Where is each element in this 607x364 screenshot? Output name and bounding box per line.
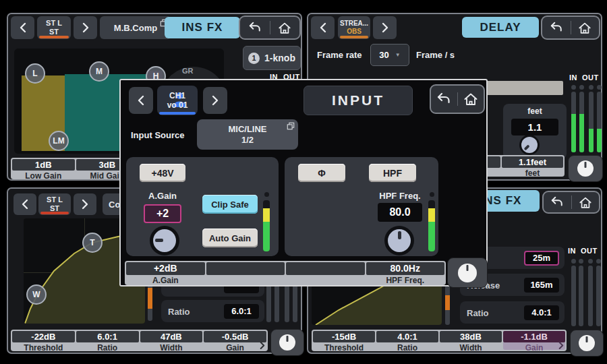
chevron-right-icon [259, 341, 265, 350]
chevron-right-icon [211, 94, 219, 107]
channel-select-button[interactable]: ST L ST [38, 193, 71, 215]
auto-gain-button[interactable]: Auto Gain [202, 229, 258, 247]
channel-name: ST L [46, 19, 62, 28]
chevron-left-icon [137, 94, 145, 107]
mid-band-marker[interactable]: M [89, 61, 109, 82]
row-label: Ratio [168, 306, 190, 316]
home-icon[interactable] [571, 17, 600, 38]
hpf-button[interactable]: HPF [369, 164, 416, 182]
home-icon[interactable] [270, 17, 300, 38]
strip-cell-width[interactable]: 47dB Width [140, 331, 203, 350]
hpf-freq-knob[interactable] [384, 226, 414, 255]
cell-label: Ratio [376, 343, 438, 352]
strip-cell-again[interactable]: +2dB A.Gain [126, 262, 205, 284]
strip-cell-gain[interactable]: -0.5dB Gain [204, 331, 266, 350]
again-knob[interactable] [150, 226, 179, 255]
strip-cell-threshold[interactable]: -15dB Threshold [313, 331, 375, 350]
in-label: IN [569, 73, 577, 82]
strip-cell-hpf-freq[interactable]: 80.0Hz HPF Freq. [366, 262, 445, 284]
gr-meter-label: GR [182, 67, 194, 75]
knob-mode-button[interactable] [270, 329, 304, 356]
frame-rate-value: 30 [379, 50, 388, 60]
row-value: 25m [524, 251, 559, 266]
prev-channel-button[interactable] [129, 87, 153, 114]
phantom-48v-button[interactable]: +48V [140, 164, 185, 182]
hpf-section: Φ HPF HPF Freq. 80.0 [285, 157, 438, 256]
cell-value [286, 262, 365, 275]
width-marker[interactable]: W [26, 284, 47, 305]
io-meter-labels: IN OUT [569, 73, 599, 82]
home-icon[interactable] [458, 86, 484, 113]
one-knob-badge: 1 [248, 53, 260, 64]
row-value: 4.0:1 [524, 305, 559, 320]
ratio-row[interactable]: Ratio 4.0:1 [460, 301, 565, 324]
channel-sub: OBS [347, 28, 362, 36]
hpf-freq-value[interactable]: 80.0 [378, 203, 422, 222]
cell-label: Threshold [313, 343, 375, 352]
strip-cell[interactable] [206, 262, 285, 284]
next-channel-button[interactable] [373, 16, 397, 39]
one-knob-button[interactable]: 1 1-knob [243, 46, 301, 70]
input-dialog: CH1 vo 01 INPUT Input Source MIC/LINE 1/… [119, 79, 488, 286]
knob-icon [579, 335, 595, 351]
cell-label: Ratio [76, 343, 139, 352]
prev-channel-button[interactable] [311, 16, 335, 39]
phase-button[interactable]: Φ [298, 164, 345, 182]
clip-safe-button[interactable]: Clip Safe [202, 195, 258, 214]
ratio-row[interactable]: Ratio 6.0:1 [161, 300, 264, 322]
channel-name: ST L [47, 195, 63, 204]
frame-rate-dropdown[interactable]: 30 ▼ [370, 44, 409, 66]
page-title: DELAY [462, 17, 539, 38]
knob-icon [458, 264, 477, 282]
strip-cell-ratio[interactable]: 6.0:1 Ratio [76, 331, 139, 350]
threshold-marker[interactable]: T [82, 233, 103, 253]
chevron-right-icon [381, 22, 389, 34]
prev-channel-button[interactable] [11, 16, 34, 39]
undo-icon[interactable] [431, 86, 457, 113]
lowmid-crossover-marker[interactable]: LM [49, 131, 69, 151]
next-channel-button[interactable] [203, 87, 227, 114]
knob-mode-button[interactable] [447, 257, 488, 288]
strip-cell-gain-selected[interactable]: -1.1dB Gain [503, 331, 565, 350]
undo-icon[interactable] [544, 192, 571, 212]
row-value: 165m [524, 278, 559, 293]
cell-label: feet [502, 169, 563, 177]
input-source-button[interactable]: MIC/LINE 1/2 [197, 119, 298, 150]
chevron-left-icon [319, 22, 327, 34]
strip-cell[interactable]: 1dB Low Gain [12, 159, 75, 178]
undo-icon[interactable] [240, 17, 270, 38]
next-channel-button[interactable] [74, 193, 96, 215]
low-band-marker[interactable]: L [25, 63, 45, 84]
chevron-right-icon [558, 341, 564, 350]
in-meter [571, 92, 576, 152]
clip-dot [430, 192, 434, 197]
in-label: IN [568, 247, 576, 255]
channel-select-button[interactable]: STREA... OBS [338, 16, 370, 39]
feet-value[interactable]: 1.1 [511, 119, 558, 135]
strip-cell-ratio[interactable]: 4.0:1 Ratio [376, 331, 438, 350]
strip-cell-threshold[interactable]: -22dB Threshold [12, 331, 75, 350]
knob-mode-button[interactable] [570, 330, 604, 357]
cell-label: HPF Freq. [366, 276, 445, 284]
knob-mode-button[interactable] [568, 155, 603, 182]
strip-cell[interactable] [286, 262, 365, 284]
channel-select-button[interactable]: CH1 vo 01 [157, 86, 198, 115]
home-icon[interactable] [572, 192, 600, 212]
fx-library-button[interactable]: M.B.Comp [100, 16, 171, 39]
prev-channel-button[interactable] [13, 193, 36, 215]
chevron-left-icon [19, 22, 27, 34]
chevron-right-icon [81, 198, 89, 210]
clip-dot [589, 85, 594, 90]
corner-nav [239, 16, 301, 40]
clip-dot [596, 259, 601, 264]
delay-knob[interactable] [519, 135, 540, 155]
strip-cell[interactable]: 1.1feet feet [502, 156, 563, 175]
row-value: 6.0:1 [224, 304, 259, 319]
undo-icon[interactable] [542, 17, 571, 38]
strip-cell-width[interactable]: 38dB Width [440, 331, 502, 350]
channel-select-button[interactable]: ST L ST [37, 16, 71, 39]
next-channel-button[interactable] [74, 16, 97, 39]
again-value[interactable]: +2 [144, 204, 181, 223]
out-meter [596, 266, 601, 326]
cell-value: -0.5dB [204, 331, 266, 342]
